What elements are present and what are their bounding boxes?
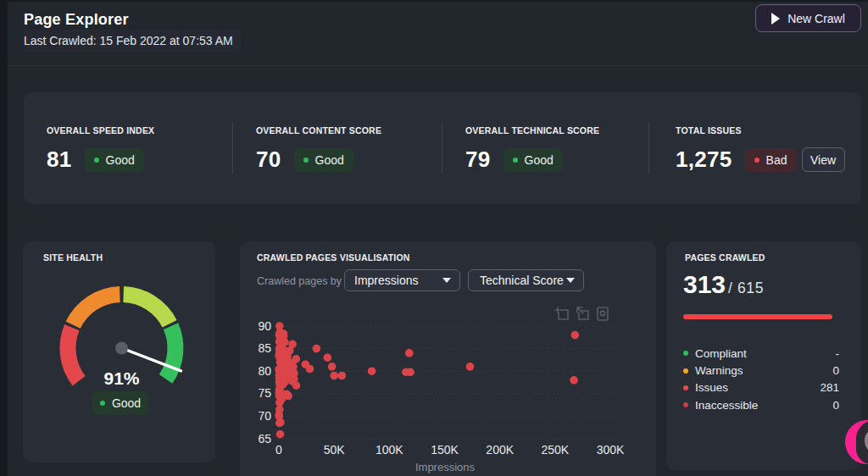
svg-text:75: 75: [258, 386, 271, 400]
svg-text:90: 90: [258, 319, 271, 333]
svg-text:250K: 250K: [541, 443, 569, 457]
svg-text:85: 85: [258, 341, 271, 355]
svg-text:Impressions: Impressions: [415, 461, 476, 473]
svg-text:0: 0: [275, 443, 282, 457]
svg-text:50K: 50K: [324, 443, 346, 457]
svg-text:70: 70: [258, 409, 271, 423]
svg-text:65: 65: [258, 432, 271, 446]
svg-text:300K: 300K: [597, 443, 625, 457]
svg-text:100K: 100K: [376, 443, 403, 457]
svg-text:200K: 200K: [486, 443, 514, 457]
svg-text:150K: 150K: [431, 443, 459, 457]
svg-text:80: 80: [258, 364, 271, 378]
